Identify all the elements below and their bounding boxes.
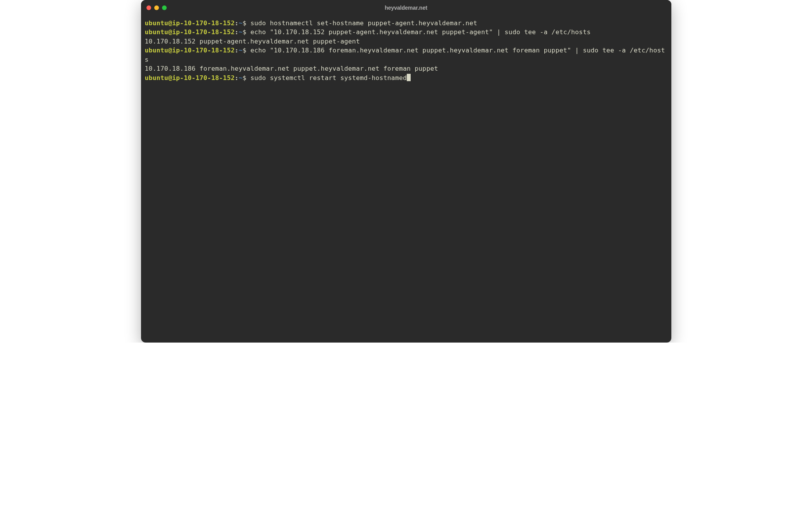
prompt-colon: : — [235, 47, 239, 54]
prompt-path: ~ — [239, 28, 242, 36]
prompt-colon: : — [235, 19, 239, 27]
output-text: 10.170.18.186 foreman.heyvaldemar.net pu… — [145, 65, 438, 72]
prompt-dollar: $ — [242, 28, 250, 36]
command-text: sudo hostnamectl set-hostname puppet-age… — [250, 19, 477, 27]
prompt-user-host: ubuntu@ip-10-170-18-152 — [145, 19, 235, 27]
window-title: heyvaldemar.net — [141, 5, 671, 11]
close-icon[interactable] — [146, 5, 151, 10]
zoom-icon[interactable] — [162, 5, 167, 10]
prompt-path: ~ — [239, 47, 242, 54]
command-text: sudo systemctl restart systemd-hostnamed — [250, 74, 407, 82]
prompt-dollar: $ — [242, 19, 250, 27]
prompt-path: ~ — [239, 74, 242, 82]
prompt-path: ~ — [239, 19, 242, 27]
terminal-window: heyvaldemar.net ubuntu@ip-10-170-18-152:… — [141, 0, 671, 343]
prompt-user-host: ubuntu@ip-10-170-18-152 — [145, 74, 235, 82]
prompt-dollar: $ — [242, 47, 250, 54]
prompt-colon: : — [235, 74, 239, 82]
prompt-user-host: ubuntu@ip-10-170-18-152 — [145, 28, 235, 36]
prompt-colon: : — [235, 28, 239, 36]
terminal-body[interactable]: ubuntu@ip-10-170-18-152:~$ sudo hostname… — [141, 16, 671, 85]
prompt-user-host: ubuntu@ip-10-170-18-152 — [145, 47, 235, 54]
titlebar: heyvaldemar.net — [141, 0, 671, 16]
traffic-lights — [146, 5, 167, 10]
prompt-dollar: $ — [242, 74, 250, 82]
output-text: 10.170.18.152 puppet-agent.heyvaldemar.n… — [145, 38, 360, 45]
minimize-icon[interactable] — [154, 5, 159, 10]
cursor-icon — [407, 74, 411, 81]
command-text: echo "10.170.18.152 puppet-agent.heyvald… — [250, 28, 591, 36]
